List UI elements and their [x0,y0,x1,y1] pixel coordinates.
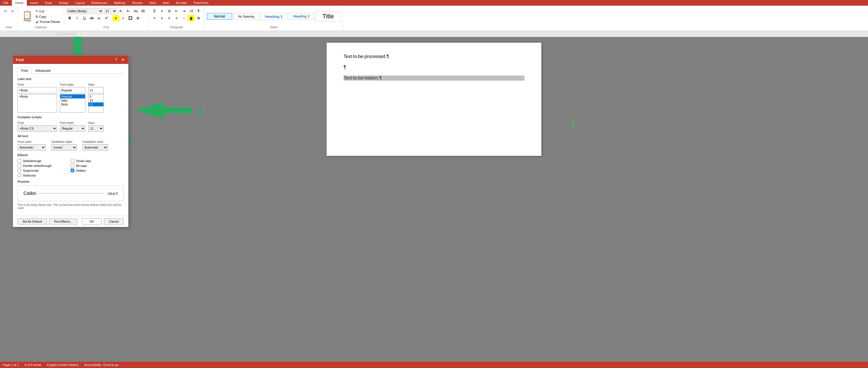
sort-button[interactable]: ↕A [188,8,195,14]
double-strikethrough-checkbox[interactable] [18,164,21,167]
borders-button[interactable]: ⊞ [134,15,141,21]
page-info: Page 1 of 1 [3,363,19,367]
tab-insert[interactable]: Insert [27,0,41,6]
tab-file[interactable]: File [0,0,12,6]
hidden-checkbox[interactable] [71,169,74,172]
para-borders-button[interactable]: ⊞ [195,15,202,21]
clipboard-group: 📋 Paste ✂ Cut ⧉ Copy 🖌 Format Painter Cl… [18,7,64,29]
redo-button[interactable]: ↪ [9,8,15,14]
all-caps-checkbox[interactable] [71,164,74,167]
paste-button[interactable]: 📋 Paste [20,8,34,25]
font-color-button[interactable]: A [120,15,127,21]
format-painter-button[interactable]: 🖌 Format Painter [34,20,62,24]
justify-button[interactable]: ≡ [173,15,180,21]
bullets-button[interactable]: ☰ [151,8,158,14]
align-center-button[interactable]: ≡ [158,15,165,21]
tab-mailings[interactable]: Mailings [111,0,129,6]
style-normal-button[interactable]: Normal [207,13,232,20]
italic-button[interactable]: I [74,15,81,21]
style-heading1-button[interactable]: Heading 1 [260,13,287,20]
para-shading-button[interactable]: ▓ [188,15,195,21]
align-right-button[interactable]: ≡ [166,15,173,21]
tab-design[interactable]: Design [55,0,72,6]
font-style-input[interactable] [60,87,85,93]
tab-layout[interactable]: Layout [72,0,88,6]
subscript-label: Subscript [23,174,36,177]
style-regular[interactable]: Regular [60,94,85,98]
complex-scripts-row: Font: +Body CS Font style: Regular Size:… [18,121,124,132]
underline-button[interactable]: U [81,15,88,21]
tab-review[interactable]: Review [129,0,146,6]
font-list-item-regular[interactable]: +Body [18,94,57,98]
cs-font-select[interactable]: +Body CS [18,125,57,132]
cut-button[interactable]: ✂ Cut [34,9,62,13]
increase-indent-button[interactable]: ⇥ [181,8,187,14]
tab-home[interactable]: Home [12,0,27,6]
superscript-button[interactable]: x² [103,15,110,21]
show-formatting-button[interactable]: ¶ [195,8,202,14]
undo-button[interactable]: ↩ [2,8,8,14]
decrease-font-button[interactable]: A↓ [125,8,132,14]
shading-button[interactable]: 🔲 [127,15,134,21]
styles-group-label: Styles [205,26,343,29]
clear-format-button[interactable]: ⌧ [140,8,146,14]
change-case-button[interactable]: Aa [133,8,139,14]
font-name-input[interactable] [18,87,57,93]
all-text-row: Font color: Automatic Underline style: (… [18,140,124,150]
small-caps-checkbox[interactable] [71,159,74,163]
cs-size-select[interactable]: 11 [88,125,104,132]
dialog-help-button[interactable]: ? [114,57,119,62]
dialog-tab-advanced[interactable]: Advanced [32,67,54,74]
size-10[interactable]: 10 [88,98,103,103]
subscript-checkbox[interactable] [18,173,21,177]
font-color-select[interactable]: Automatic [18,144,46,150]
align-left-button[interactable]: ≡ [151,15,158,21]
text-highlight-button[interactable]: A [113,15,119,21]
font-size-select[interactable]: 11 [104,8,117,14]
style-italic[interactable]: Italic [60,98,85,103]
subscript-button[interactable]: x₂ [96,15,102,21]
font-name-list[interactable]: +Body [18,94,57,113]
multi-list-button[interactable]: ⊟ [166,8,173,14]
step-1-number: 1 [571,119,575,127]
increase-font-button[interactable]: A↑ [118,8,124,14]
text-effects-button[interactable]: Text Effects... [49,218,78,225]
tab-transtools[interactable]: TransTools [190,0,212,6]
numbering-button[interactable]: ≡ [158,8,165,14]
line-spacing-button[interactable]: ↕ [181,15,187,21]
paragraph-group: ☰ ≡ ⊟ ⇤ ⇥ ↕A ¶ ≡ ≡ ≡ ≡ ↕ ▓ ⊞ Paragraph [149,7,205,29]
dialog-titlebar: Font ? ✕ [13,55,128,64]
strikethrough-button[interactable]: ab [88,15,95,21]
font-name-select[interactable]: Calibri (Body) [66,8,103,14]
tab-references[interactable]: References [88,0,111,6]
superscript-checkbox[interactable] [18,169,21,172]
set-default-button[interactable]: Set As Default [18,218,47,225]
cancel-button[interactable]: Cancel [104,218,124,225]
underline-style-select[interactable]: (none) [52,144,77,150]
latin-text-label: Latin text [18,77,124,81]
strikethrough-checkbox[interactable] [18,159,21,163]
dialog-close-button[interactable]: ✕ [120,57,125,62]
tab-help[interactable]: Help [159,0,173,6]
cs-font-label: Font: [18,121,57,124]
size-9[interactable]: 9 [88,94,103,98]
ok-button[interactable]: OK [82,218,102,225]
decrease-indent-button[interactable]: ⇤ [173,8,180,14]
cs-style-select[interactable]: Regular [60,125,85,132]
tab-draw[interactable]: Draw [41,0,56,6]
style-bold[interactable]: Bold [60,103,85,106]
tab-view[interactable]: View [146,0,159,6]
font-size-list[interactable]: 9 10 11 [88,94,104,113]
dialog-tab-font[interactable]: Font [18,67,32,74]
size-11[interactable]: 11 [88,103,103,106]
tab-acrobat[interactable]: Acrobat [173,0,190,6]
copy-button[interactable]: ⧉ Copy [34,14,62,19]
bold-button[interactable]: B [66,15,73,21]
style-heading2-button[interactable]: Heading 2 [288,13,314,20]
style-no-spacing-button[interactable]: No Spacing [234,13,259,20]
font-style-list[interactable]: Regular Italic Bold [60,94,85,113]
style-title-button[interactable]: Title [315,11,341,22]
font-size-input[interactable] [88,87,104,93]
effects-section: Effects Strikethrough Double strikethrou… [18,153,124,177]
underline-color-select[interactable]: Automatic [83,144,108,150]
